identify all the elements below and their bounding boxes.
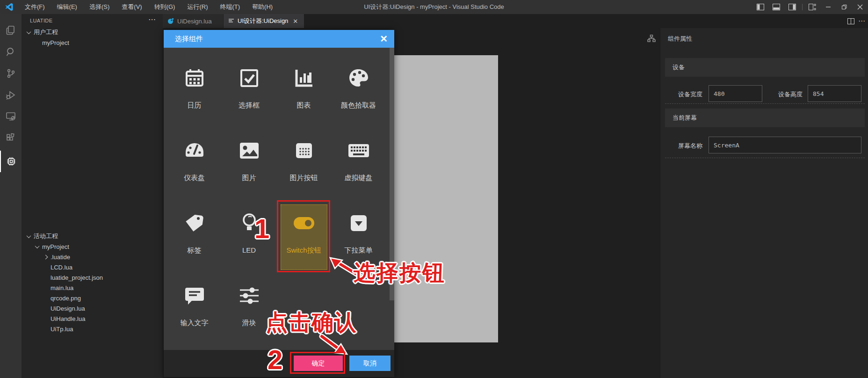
tree-label: 活动工程: [34, 232, 58, 240]
lcd-screen-preview[interactable]: [394, 55, 498, 342]
component-virtual-keyboard[interactable]: 虚拟键盘: [331, 120, 386, 193]
tree-item-lcd-lua[interactable]: LCD.lua: [22, 262, 163, 272]
calendar-icon: [184, 67, 205, 89]
annotation-box-confirm: [290, 352, 345, 374]
tree-item-myproject-user[interactable]: myProject: [22, 37, 163, 48]
restore-button[interactable]: [836, 0, 852, 14]
component-label: 标签: [188, 246, 202, 255]
screen-name-input[interactable]: [709, 137, 861, 153]
minimize-button[interactable]: [820, 0, 836, 14]
device-height-label: 设备高度: [778, 90, 803, 99]
tree-item-uihandle-lua[interactable]: UiHandle.lua: [22, 313, 163, 324]
component-label: LED: [242, 246, 256, 254]
component-checkbox[interactable]: 选择框: [222, 48, 276, 120]
component-label: 输入文字: [181, 319, 209, 327]
menu-file[interactable]: 文件(F): [19, 0, 51, 14]
sidebar-more-actions-icon[interactable]: ⋯: [148, 15, 156, 24]
source-control-icon[interactable]: [0, 63, 22, 84]
tree-item-myproject[interactable]: myProject: [22, 241, 163, 252]
tree-item-qrcode-png[interactable]: qrcode.png: [22, 293, 163, 303]
component-color-picker[interactable]: 颜色拾取器: [331, 48, 386, 120]
customize-layout-icon[interactable]: [804, 0, 820, 14]
tree-item-uidesign-lua[interactable]: UiDesign.lua: [22, 303, 163, 313]
annotation-step-2: 2: [268, 344, 282, 375]
sidebar-header: LUATIDE ⋯: [22, 14, 163, 28]
split-editor-icon[interactable]: [847, 18, 854, 24]
tree-label: 用户工程: [34, 28, 58, 36]
extensions-icon[interactable]: [0, 127, 22, 149]
activity-bar: [0, 14, 22, 378]
luatide-activity-icon[interactable]: [0, 151, 22, 172]
tab-close-icon[interactable]: ✕: [293, 18, 298, 25]
tab-label: UiDesign.lua: [177, 18, 212, 25]
vscode-logo-icon: [5, 3, 14, 11]
annotation-select-label: 选择按钮: [354, 258, 445, 288]
section-device: 设备: [665, 58, 865, 77]
tab-uidesign-lua[interactable]: UiDesign.lua: [163, 14, 223, 28]
search-icon[interactable]: [0, 41, 22, 63]
tree-label: UiDesign.lua: [51, 305, 85, 312]
screen-name-label: 屏幕名称: [678, 142, 702, 150]
menu-edit[interactable]: 编辑(E): [51, 0, 83, 14]
dialog-header: 选择组件 ✕: [164, 30, 394, 48]
editor-more-actions-icon[interactable]: ⋯: [858, 17, 865, 25]
menu-go[interactable]: 转到(G): [148, 0, 181, 14]
component-dropdown[interactable]: 下拉菜单: [331, 193, 386, 265]
tree-label: myProject: [42, 243, 69, 250]
tree-item-uitp-lua[interactable]: UiTp.lua: [22, 324, 163, 334]
component-text-input[interactable]: 输入文字: [167, 265, 222, 338]
dialog-close-icon[interactable]: ✕: [380, 33, 388, 44]
component-label: 下拉菜单: [345, 246, 373, 255]
explorer-icon[interactable]: [0, 20, 22, 41]
run-debug-icon[interactable]: [0, 84, 22, 106]
tree-item-luatide-folder[interactable]: .luatide: [22, 252, 163, 262]
toggle-sidebar-icon[interactable]: [752, 0, 768, 14]
menu-terminal[interactable]: 终端(T): [214, 0, 246, 14]
cancel-button[interactable]: 取消: [349, 356, 391, 371]
tree-label: UiTp.lua: [51, 326, 73, 333]
component-image[interactable]: 图片: [222, 120, 276, 193]
tree-label: .luatide: [51, 254, 70, 261]
component-properties-panel: 组件属性 设备 设备宽度 设备高度 当前屏幕 屏幕名称: [660, 28, 868, 378]
component-calendar[interactable]: 日历: [167, 48, 222, 120]
component-label: 仪表盘: [184, 174, 205, 182]
toggle-panel-icon[interactable]: [768, 0, 784, 14]
component-label: 图片按钮: [290, 174, 318, 182]
tree-label: qrcode.png: [51, 295, 81, 302]
menu-bar: 文件(F) 编辑(E) 选择(S) 查看(V) 转到(G) 运行(R) 终端(T…: [19, 0, 279, 14]
tree-group-user: 用户工程 myProject: [22, 27, 163, 48]
component-label: 图表: [297, 101, 311, 110]
component-image-button[interactable]: 图片按钮: [276, 120, 331, 193]
toggle-secondary-sidebar-icon[interactable]: [784, 0, 800, 14]
tree-item-active-project[interactable]: 活动工程: [22, 231, 163, 241]
divider: [665, 158, 865, 158]
device-height-input[interactable]: [808, 85, 861, 102]
vscode-window: 文件(F) 编辑(E) 选择(S) 查看(V) 转到(G) 运行(R) 终端(T…: [0, 0, 868, 378]
lua-file-icon: [167, 18, 174, 24]
menu-view[interactable]: 查看(V): [116, 0, 148, 14]
window-title: UI设计器:UiDesign - myProject - Visual Stud…: [364, 0, 504, 14]
tab-ui-designer[interactable]: UI设计器:UiDesign ✕: [224, 14, 304, 28]
chevron-down-icon: [27, 29, 31, 34]
menu-run[interactable]: 运行(R): [181, 0, 214, 14]
tree-item-project-json[interactable]: luatide_project.json: [22, 272, 163, 283]
hierarchy-tree-icon[interactable]: [647, 35, 656, 42]
title-bar: 文件(F) 编辑(E) 选择(S) 查看(V) 转到(G) 运行(R) 终端(T…: [0, 0, 868, 14]
annotation-confirm-label: 点击确认: [266, 308, 357, 337]
editor-tab-bar: UiDesign.lua UI设计器:UiDesign ✕ ⋯: [163, 14, 868, 28]
tree-item-user-project[interactable]: 用户工程: [22, 27, 163, 37]
menu-help[interactable]: 帮助(H): [246, 0, 279, 14]
component-chart[interactable]: 图表: [276, 48, 331, 120]
preview-icon: [228, 18, 234, 24]
device-width-input[interactable]: [709, 85, 762, 102]
menu-selection[interactable]: 选择(S): [83, 0, 116, 14]
image-icon: [239, 140, 260, 161]
close-window-button[interactable]: [852, 0, 868, 14]
remote-explorer-icon[interactable]: [0, 106, 22, 127]
chevron-down-icon: [27, 233, 31, 238]
component-gauge[interactable]: 仪表盘: [167, 120, 222, 193]
annotation-step-1: 1: [254, 213, 269, 244]
tree-item-main-lua[interactable]: main.lua: [22, 283, 163, 293]
component-tag[interactable]: 标签: [167, 193, 222, 265]
sidebar-explorer: LUATIDE ⋯ 用户工程 myProject 活动工程 myProject …: [22, 14, 163, 378]
